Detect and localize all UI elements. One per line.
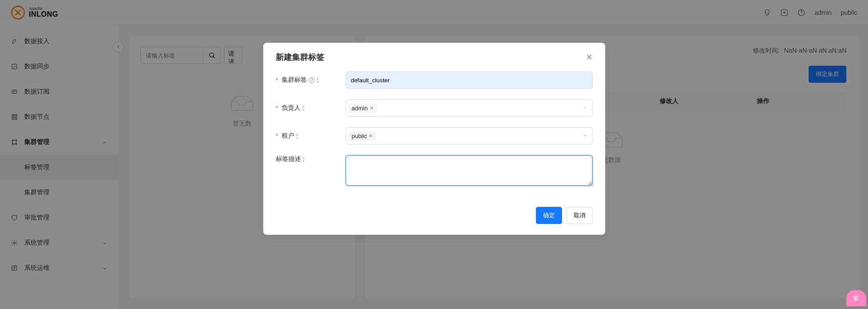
- chevron-down-icon: [582, 132, 588, 139]
- label-tenant: 租户:: [276, 132, 346, 140]
- cluster-tag-input[interactable]: [346, 72, 593, 89]
- label-cluster-tag: 集群标签 ? :: [276, 76, 346, 84]
- remove-tag-icon[interactable]: ✕: [369, 133, 373, 139]
- cancel-button[interactable]: 取消: [567, 207, 593, 224]
- owner-tag: admin✕: [349, 103, 377, 113]
- desc-textarea[interactable]: [346, 155, 593, 186]
- modal-overlay[interactable]: 新建集群标签 ✕ 集群标签 ? : 负责人: admin✕: [0, 0, 868, 309]
- help-tooltip-icon[interactable]: ?: [309, 77, 315, 83]
- tenant-select[interactable]: public✕: [346, 127, 593, 144]
- modal-close-button[interactable]: ✕: [586, 53, 593, 61]
- ok-button[interactable]: 确定: [536, 207, 562, 224]
- tenant-tag: public✕: [349, 131, 376, 141]
- modal-title: 新建集群标签: [276, 52, 324, 63]
- feedback-fab[interactable]: 蚁: [846, 290, 866, 306]
- remove-tag-icon[interactable]: ✕: [369, 105, 373, 111]
- create-cluster-tag-modal: 新建集群标签 ✕ 集群标签 ? : 负责人: admin✕: [263, 43, 605, 235]
- owner-select[interactable]: admin✕: [346, 99, 593, 116]
- label-owner: 负责人:: [276, 104, 346, 112]
- label-desc: 标签描述:: [276, 155, 346, 163]
- chevron-down-icon: [582, 104, 588, 112]
